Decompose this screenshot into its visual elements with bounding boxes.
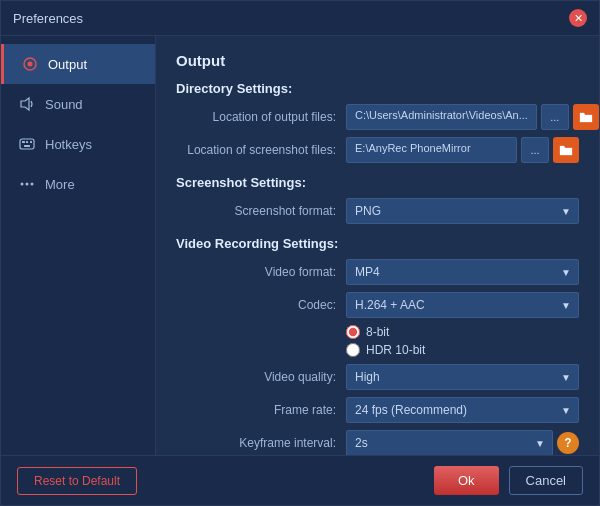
svg-rect-4 [22, 141, 25, 143]
video-format-select-wrap: MP4 MOV AVI MKV ▼ [346, 259, 579, 285]
bitdepth-row: 8-bit HDR 10-bit [176, 325, 579, 357]
video-quality-select[interactable]: High Medium Low [346, 364, 579, 390]
output-path-display: C:\Users\Administrator\Videos\An... [346, 104, 537, 130]
svg-rect-7 [24, 145, 30, 147]
ok-button[interactable]: Ok [434, 466, 499, 495]
sidebar-item-sound-label: Sound [45, 97, 83, 112]
screenshot-format-select-wrap: PNG JPG BMP ▼ [346, 198, 579, 224]
video-codec-label: Codec: [176, 298, 346, 312]
bitdepth-8bit-label: 8-bit [366, 325, 389, 339]
page-title: Output [176, 52, 579, 69]
reset-to-default-button[interactable]: Reset to Default [17, 467, 137, 495]
sidebar-item-sound[interactable]: Sound [1, 84, 155, 124]
video-format-row: Video format: MP4 MOV AVI MKV ▼ [176, 259, 579, 285]
footer-right-buttons: Ok Cancel [434, 466, 583, 495]
keyframe-help-button[interactable]: ? [557, 432, 579, 454]
bitdepth-hdr-radio[interactable] [346, 343, 360, 357]
output-path-ellipsis-button[interactable]: ... [541, 104, 569, 130]
screenshot-files-label: Location of screenshot files: [176, 143, 346, 157]
svg-rect-6 [30, 141, 32, 143]
window-title: Preferences [13, 11, 83, 26]
keyframe-row: Keyframe interval: 2s 1s 3s ▼ ? [176, 430, 579, 455]
screenshot-files-input-group: E:\AnyRec PhoneMirror ... [346, 137, 579, 163]
output-folder-button[interactable] [573, 104, 599, 130]
frame-rate-label: Frame rate: [176, 403, 346, 417]
output-files-input-group: C:\Users\Administrator\Videos\An... ... [346, 104, 599, 130]
sidebar-item-hotkeys[interactable]: Hotkeys [1, 124, 155, 164]
screenshot-path-display: E:\AnyRec PhoneMirror [346, 137, 517, 163]
bitdepth-8bit-row: 8-bit [346, 325, 579, 339]
svg-marker-2 [21, 98, 29, 110]
more-icon [17, 174, 37, 194]
video-format-label: Video format: [176, 265, 346, 279]
bitdepth-radio-group: 8-bit HDR 10-bit [346, 325, 579, 357]
svg-rect-5 [26, 141, 28, 143]
bitdepth-8bit-radio[interactable] [346, 325, 360, 339]
main-panel: Output Directory Settings: Location of o… [156, 36, 599, 455]
screenshot-format-row: Screenshot format: PNG JPG BMP ▼ [176, 198, 579, 224]
screenshot-folder-button[interactable] [553, 137, 579, 163]
screenshot-files-row: Location of screenshot files: E:\AnyRec … [176, 137, 579, 163]
cancel-button[interactable]: Cancel [509, 466, 583, 495]
preferences-window: Preferences ✕ Output [0, 0, 600, 506]
keyframe-select-wrap: 2s 1s 3s ▼ [346, 430, 553, 455]
sidebar-item-output-label: Output [48, 57, 87, 72]
video-settings-heading: Video Recording Settings: [176, 236, 579, 251]
output-files-row: Location of output files: C:\Users\Admin… [176, 104, 579, 130]
video-codec-select[interactable]: H.264 + AAC H.265 + AAC [346, 292, 579, 318]
sidebar: Output Sound [1, 36, 156, 455]
svg-point-9 [26, 183, 29, 186]
sidebar-item-more-label: More [45, 177, 75, 192]
frame-rate-select[interactable]: 24 fps (Recommend) 30 fps 60 fps [346, 397, 579, 423]
keyframe-input-group: 2s 1s 3s ▼ ? [346, 430, 579, 455]
video-codec-row: Codec: H.264 + AAC H.265 + AAC ▼ [176, 292, 579, 318]
bitdepth-hdr-row: HDR 10-bit [346, 343, 579, 357]
footer: Reset to Default Ok Cancel [1, 455, 599, 505]
main-content: Output Sound [1, 36, 599, 455]
sidebar-item-hotkeys-label: Hotkeys [45, 137, 92, 152]
screenshot-path-ellipsis-button[interactable]: ... [521, 137, 549, 163]
screenshot-format-select[interactable]: PNG JPG BMP [346, 198, 579, 224]
output-icon [20, 54, 40, 74]
video-codec-select-wrap: H.264 + AAC H.265 + AAC ▼ [346, 292, 579, 318]
sound-icon [17, 94, 37, 114]
screenshot-format-label: Screenshot format: [176, 204, 346, 218]
video-quality-select-wrap: High Medium Low ▼ [346, 364, 579, 390]
directory-settings-heading: Directory Settings: [176, 81, 579, 96]
video-quality-label: Video quality: [176, 370, 346, 384]
svg-point-10 [31, 183, 34, 186]
frame-rate-select-wrap: 24 fps (Recommend) 30 fps 60 fps ▼ [346, 397, 579, 423]
hotkeys-icon [17, 134, 37, 154]
video-format-select[interactable]: MP4 MOV AVI MKV [346, 259, 579, 285]
sidebar-item-more[interactable]: More [1, 164, 155, 204]
keyframe-select[interactable]: 2s 1s 3s [346, 430, 553, 455]
svg-point-8 [21, 183, 24, 186]
close-button[interactable]: ✕ [569, 9, 587, 27]
sidebar-item-output[interactable]: Output [1, 44, 155, 84]
titlebar: Preferences ✕ [1, 1, 599, 36]
frame-rate-row: Frame rate: 24 fps (Recommend) 30 fps 60… [176, 397, 579, 423]
svg-point-1 [28, 62, 33, 67]
video-quality-row: Video quality: High Medium Low ▼ [176, 364, 579, 390]
bitdepth-hdr-label: HDR 10-bit [366, 343, 425, 357]
screenshot-settings-heading: Screenshot Settings: [176, 175, 579, 190]
svg-rect-3 [20, 139, 34, 149]
keyframe-label: Keyframe interval: [176, 436, 346, 450]
output-files-label: Location of output files: [176, 110, 346, 124]
